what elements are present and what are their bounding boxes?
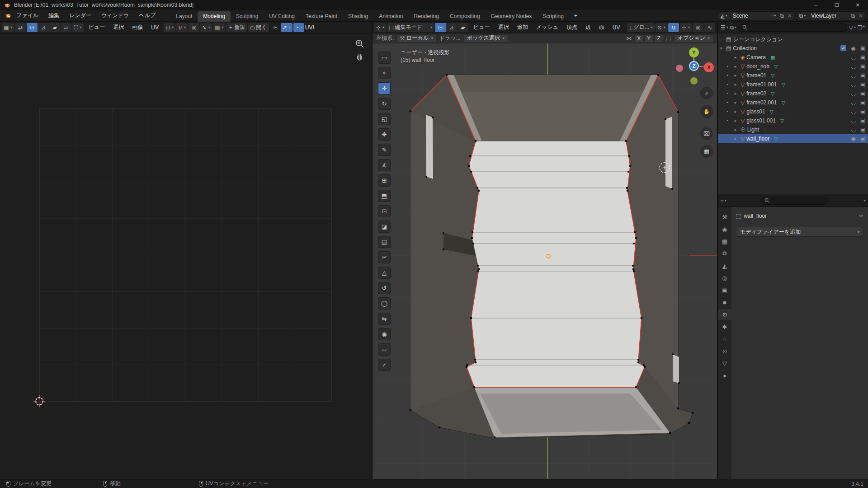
- outliner-object-row[interactable]: • ▸ ▽ frame01 ▽ ◡ ▣: [718, 71, 868, 80]
- object-name[interactable]: wall_floor: [746, 136, 769, 142]
- workspace-tab[interactable]: Texture Paint: [300, 11, 343, 22]
- viewport-tool-button[interactable]: △: [378, 267, 391, 279]
- mesh-select-mode-button[interactable]: ⊿: [446, 23, 457, 32]
- viewlayer-name[interactable]: ViewLayer: [807, 13, 849, 19]
- collection-row[interactable]: ▾ ▤ Collection ✓ ◉ ▣: [718, 44, 868, 53]
- minimize-button[interactable]: ─: [806, 0, 826, 10]
- workspace-tab[interactable]: UV Editing: [264, 11, 300, 22]
- viewport-menu-item[interactable]: 辺: [581, 23, 595, 33]
- properties-options-icon[interactable]: ▾: [863, 198, 865, 202]
- render-camera-icon[interactable]: ▣: [860, 136, 865, 142]
- mirror-axis-button[interactable]: Y: [644, 34, 653, 42]
- workspace-tab[interactable]: Modeling: [198, 11, 231, 22]
- viewport-menu-item[interactable]: UV: [609, 23, 624, 33]
- expand-arrow-icon[interactable]: ▸: [732, 100, 739, 105]
- mesh-select-mode-button[interactable]: ▰: [458, 23, 468, 32]
- drag-label[interactable]: ドラッ...: [439, 34, 461, 42]
- outliner-object-row[interactable]: • ▸ ▽ glass01 ▽ ◡ ▣: [718, 107, 868, 116]
- render-camera-icon[interactable]: ▣: [860, 127, 865, 133]
- render-camera-icon[interactable]: ▣: [860, 63, 865, 70]
- viewport-tool-button[interactable]: ∡: [378, 159, 391, 171]
- viewport-tool-button[interactable]: ✛: [378, 82, 391, 94]
- render-camera-icon[interactable]: ▣: [860, 54, 865, 61]
- uv-select-mode-button[interactable]: ⊿: [38, 23, 49, 32]
- outliner-object-row[interactable]: ▸ ◈ Camera ▦ ◡ ▣: [718, 53, 868, 62]
- expand-arrow-icon[interactable]: ▸: [732, 127, 739, 132]
- render-camera-icon[interactable]: ▣: [860, 108, 865, 115]
- uv-pivot-icon[interactable]: ⊡▾: [164, 23, 175, 32]
- gizmo-x-axis[interactable]: X: [704, 62, 714, 72]
- viewport-menu-item[interactable]: 追加: [513, 23, 532, 33]
- viewport-tool-button[interactable]: ◱: [378, 113, 391, 125]
- viewport-tool-button[interactable]: ✥: [378, 128, 391, 141]
- mirror-icon[interactable]: ⋈: [626, 33, 632, 43]
- properties-tab[interactable]: ✱: [718, 321, 731, 332]
- pan-button[interactable]: ✋: [700, 105, 713, 118]
- eye-icon[interactable]: ◉: [851, 45, 855, 52]
- viewport-tool-button[interactable]: ▭: [378, 52, 391, 64]
- eye-icon[interactable]: ◡: [851, 127, 855, 133]
- eye-icon[interactable]: ◡: [851, 90, 855, 97]
- properties-tab[interactable]: ◎: [718, 272, 731, 283]
- eye-icon[interactable]: ◡: [851, 99, 855, 106]
- viewlayer-remove-icon[interactable]: ✕: [857, 12, 865, 20]
- eye-icon[interactable]: ◡: [851, 72, 855, 79]
- uv-menu-item[interactable]: ビュー: [85, 23, 109, 33]
- scene-new-icon[interactable]: ⧉: [778, 12, 786, 20]
- eye-icon[interactable]: ◡: [851, 63, 855, 70]
- object-name[interactable]: glass01.001: [746, 117, 776, 124]
- gizmo-z-axis[interactable]: Z: [689, 61, 699, 71]
- uv-editor-type-icon[interactable]: ▦▾: [2, 23, 14, 32]
- outliner-object-row[interactable]: ▸ ▽ wall_floor ▽ ◉ ▣: [718, 134, 868, 143]
- viewport-tool-button[interactable]: ⊡: [378, 205, 391, 217]
- viewlayer-new-icon[interactable]: ⧉: [849, 12, 857, 20]
- properties-tab[interactable]: ●: [718, 370, 731, 381]
- viewport-menu-item[interactable]: ビュー: [469, 23, 494, 33]
- expand-arrow-icon[interactable]: ▸: [732, 118, 739, 123]
- viewport-tool-button[interactable]: ⌖: [378, 67, 391, 79]
- outliner-object-row[interactable]: • ▸ ▽ frame01.001 ▽ ◡ ▣: [718, 80, 868, 89]
- properties-tab[interactable]: ◭: [718, 260, 731, 271]
- properties-tab[interactable]: ⧉: [718, 248, 731, 259]
- uv-open-image-button[interactable]: 🗀 開く: [248, 23, 269, 32]
- object-name[interactable]: frame01: [746, 72, 766, 79]
- workspace-tab[interactable]: Sculpting: [231, 11, 264, 22]
- menu-item[interactable]: レンダー: [64, 10, 96, 22]
- mirror-axis-button[interactable]: X: [634, 34, 643, 42]
- outliner-search-input[interactable]: [738, 23, 847, 32]
- blender-menu-icon[interactable]: [5, 12, 11, 19]
- viewport-menu-item[interactable]: メッシュ: [532, 23, 562, 33]
- menu-item[interactable]: 編集: [43, 10, 64, 22]
- snap-toggle-icon[interactable]: ∪: [668, 23, 679, 32]
- expand-arrow-icon[interactable]: ▸: [732, 82, 739, 87]
- pivot-point-selector[interactable]: ⊙▾: [656, 23, 667, 32]
- properties-tab[interactable]: ⚙: [718, 309, 731, 320]
- options-dropdown[interactable]: オプション▾: [674, 34, 713, 42]
- properties-tab[interactable]: ◌: [718, 333, 731, 344]
- render-camera-icon[interactable]: ▣: [860, 45, 865, 52]
- workspace-tab[interactable]: Layout: [170, 11, 198, 22]
- uv-snap-icon[interactable]: ∪▾: [176, 23, 188, 32]
- workspace-tab[interactable]: Scripting: [537, 11, 569, 22]
- scene-collection-row[interactable]: ▤ シーンコレクション: [718, 35, 868, 44]
- collection-checkbox[interactable]: ✓: [840, 45, 846, 51]
- properties-tab[interactable]: ⚒: [718, 211, 731, 222]
- viewport-tool-button[interactable]: ◉: [378, 328, 391, 340]
- object-name[interactable]: frame01.001: [746, 81, 777, 88]
- render-camera-icon[interactable]: ▣: [860, 81, 865, 88]
- expand-arrow-icon[interactable]: ▸: [732, 136, 739, 141]
- viewport-tool-button[interactable]: ✂: [378, 251, 391, 263]
- viewport-tool-button[interactable]: ↺: [378, 282, 391, 294]
- workspace-tab[interactable]: Geometry Nodes: [486, 11, 538, 22]
- outliner-filter-type-icon[interactable]: ⧉▾: [730, 22, 737, 33]
- expand-arrow-icon[interactable]: ▸: [732, 64, 739, 69]
- uv-pin-icon[interactable]: ✑: [270, 22, 280, 33]
- uv-overlay-toggle-icon[interactable]: ◔▾: [293, 23, 304, 32]
- viewport-menu-item[interactable]: 選択: [494, 23, 513, 33]
- render-camera-icon[interactable]: ▣: [860, 72, 865, 79]
- object-name[interactable]: glass01: [746, 108, 765, 115]
- uv-image-browse-icon[interactable]: ▥▾: [213, 23, 225, 32]
- viewport-menu-item[interactable]: 頂点: [562, 23, 581, 33]
- eye-icon[interactable]: ◡: [851, 117, 855, 124]
- viewport-tool-button[interactable]: ✎: [378, 144, 391, 156]
